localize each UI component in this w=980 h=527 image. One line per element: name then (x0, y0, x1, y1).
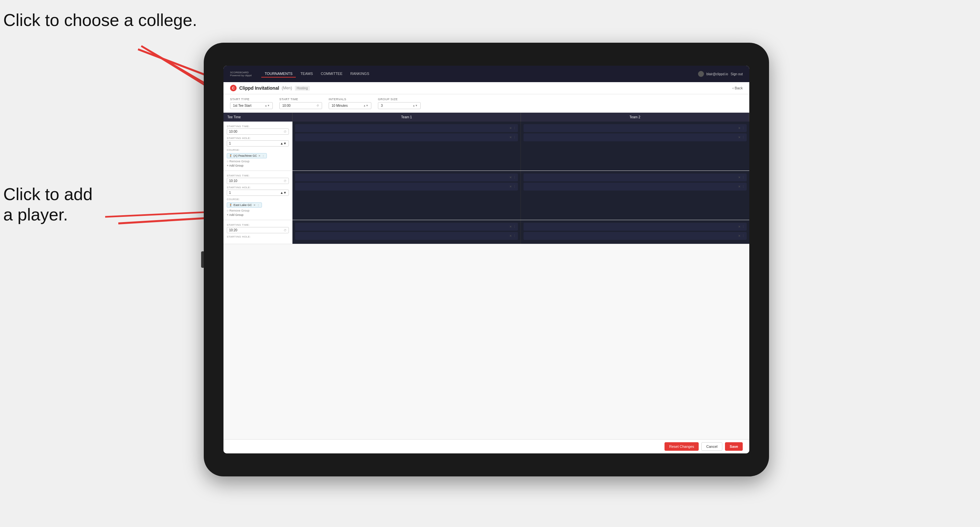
nav-right: blair@clippd.io Sign out (698, 71, 743, 77)
cancel-button[interactable]: Cancel (701, 442, 722, 451)
back-button[interactable]: ‹ Back (733, 86, 743, 90)
intervals-label: Intervals (329, 98, 371, 101)
reset-changes-button[interactable]: Reset Changes (665, 442, 699, 451)
group-team1-2: ✕ ⋮ ✕ ⋮ (293, 171, 521, 220)
table-body: STARTING TIME: 10:00 ⏱ STARTING HOLE: 1 … (223, 122, 749, 439)
player-slot[interactable]: ✕ ⋮ (523, 232, 747, 240)
nav-tabs: TOURNAMENTS TEAMS COMMITTEE RANKINGS (261, 70, 698, 78)
gender-label: (Men) (282, 86, 292, 90)
controls-row: Start Type 1st Tee Start ▲▼ Start Time 1… (223, 94, 749, 113)
intervals-select[interactable]: 10 Minutes ▲▼ (329, 102, 371, 109)
course-label-1: COURSE: (227, 149, 289, 151)
annotation-add-player: Click to adda player. (3, 184, 93, 225)
start-time-select[interactable]: 10:00 ⏱ (279, 102, 322, 109)
tab-teams[interactable]: TEAMS (297, 70, 316, 78)
player-slot[interactable]: ✕ ⋮ (295, 223, 518, 231)
player-slot[interactable]: ✕ ⋮ (523, 183, 747, 190)
add-group-link-1[interactable]: + Add Group (227, 164, 289, 167)
clippd-logo: C (230, 85, 237, 91)
tournament-title: Clippd Invitational (239, 86, 279, 90)
starting-time-input-3[interactable]: 10:20 ⏱ (227, 227, 289, 233)
course-tag-2[interactable]: 🏌 East Lake GC ✕ ⋮ (227, 202, 262, 208)
col-team1: Team 1 (293, 113, 521, 122)
user-email: blair@clippd.io (706, 72, 728, 76)
group-size-label: Group Size (378, 98, 421, 101)
course-tag-1[interactable]: 🏌 (A) Peachtree GC ✕ ⋮ (227, 153, 267, 158)
group-left-3: STARTING TIME: 10:20 ⏱ STARTING HOLE: (223, 220, 293, 244)
group-team2-2: ✕ ⋮ ✕ ⋮ (521, 171, 749, 220)
player-slot[interactable]: ✕ ⋮ (523, 124, 747, 132)
save-button[interactable]: Save (725, 442, 743, 451)
group-team2-3: ✕ ⋮ ✕ ⋮ (521, 220, 749, 244)
remove-group-link-1[interactable]: ○ Remove Group (227, 160, 289, 163)
tab-committee[interactable]: COMMITTEE (317, 70, 346, 78)
player-slot[interactable]: ✕ ⋮ (523, 133, 747, 141)
col-tee-time: Tee Time (223, 113, 293, 122)
player-slot[interactable]: ✕ ⋮ (523, 223, 747, 231)
tablet-frame: SCOREBOARD Powered by clippd TOURNAMENTS… (204, 43, 769, 476)
intervals-group: Intervals 10 Minutes ▲▼ (329, 98, 371, 109)
sub-header-left: C Clippd Invitational (Men) Hosting (230, 85, 310, 91)
tab-rankings[interactable]: RANKINGS (347, 70, 372, 78)
player-slot[interactable]: ✕ ⋮ (295, 173, 518, 181)
starting-time-label-2: STARTING TIME: (227, 174, 289, 177)
group-team1-3: ✕ ⋮ ✕ ⋮ (293, 220, 521, 244)
sign-out-link[interactable]: Sign out (730, 72, 743, 76)
start-type-label: Start Type (230, 98, 273, 101)
starting-hole-label-3: STARTING HOLE: (227, 235, 289, 238)
start-type-group: Start Type 1st Tee Start ▲▼ (230, 98, 273, 109)
table-header: Tee Time Team 1 Team 2 (223, 113, 749, 122)
starting-time-input-1[interactable]: 10:00 ⏱ (227, 129, 289, 135)
group-size-select[interactable]: 3 ▲▼ (378, 102, 421, 109)
starting-hole-label-2: STARTING HOLE: (227, 186, 289, 189)
course-label-2: COURSE: (227, 198, 289, 201)
starting-time-label-1: STARTING TIME: (227, 125, 289, 128)
remove-group-link-2[interactable]: ○ Remove Group (227, 209, 289, 212)
brand-name: SCOREBOARD (230, 71, 251, 74)
user-avatar (698, 71, 704, 77)
brand-sub: Powered by clippd (230, 74, 251, 77)
group-left-2: STARTING TIME: 10:10 ⏱ STARTING HOLE: 1 … (223, 171, 293, 220)
start-time-group: Start Time 10:00 ⏱ (279, 98, 322, 109)
annotation-choose-college: Click to choose a college. (3, 10, 197, 30)
tab-tournaments[interactable]: TOURNAMENTS (261, 70, 296, 78)
player-slot[interactable]: ✕ ⋮ (295, 183, 518, 190)
table-row: STARTING TIME: 10:20 ⏱ STARTING HOLE: ✕ … (223, 220, 749, 244)
player-slot[interactable]: ✕ ⋮ (295, 124, 518, 132)
player-slot[interactable]: ✕ ⋮ (295, 232, 518, 240)
starting-hole-input-2[interactable]: 1 ▲▼ (227, 190, 289, 196)
start-time-label: Start Time (279, 98, 322, 101)
player-slot[interactable]: ✕ ⋮ (295, 133, 518, 141)
sub-header: C Clippd Invitational (Men) Hosting ‹ Ba… (223, 82, 749, 94)
starting-time-label-3: STARTING TIME: (227, 224, 289, 226)
tablet-screen: SCOREBOARD Powered by clippd TOURNAMENTS… (223, 66, 749, 453)
col-team2: Team 2 (521, 113, 749, 122)
brand-logo: SCOREBOARD Powered by clippd (230, 71, 251, 77)
starting-time-input-2[interactable]: 10:10 ⏱ (227, 178, 289, 184)
player-slot[interactable]: ✕ ⋮ (523, 173, 747, 181)
group-left-1: STARTING TIME: 10:00 ⏱ STARTING HOLE: 1 … (223, 122, 293, 170)
group-size-group: Group Size 3 ▲▼ (378, 98, 421, 109)
starting-hole-input-1[interactable]: 1 ▲▼ (227, 140, 289, 146)
side-button (201, 251, 204, 268)
starting-hole-label-1: STARTING HOLE: (227, 137, 289, 140)
table-row: STARTING TIME: 10:00 ⏱ STARTING HOLE: 1 … (223, 122, 749, 171)
hosting-badge: Hosting (295, 86, 310, 90)
group-team1-1: ✕ ⋮ ✕ ⋮ (293, 122, 521, 170)
add-group-link-2[interactable]: + Add Group (227, 213, 289, 216)
start-type-select[interactable]: 1st Tee Start ▲▼ (230, 102, 273, 109)
table-row: STARTING TIME: 10:10 ⏱ STARTING HOLE: 1 … (223, 171, 749, 220)
group-team2-1: ✕ ⋮ ✕ ⋮ (521, 122, 749, 170)
bottom-bar: Reset Changes Cancel Save (223, 439, 749, 453)
nav-bar: SCOREBOARD Powered by clippd TOURNAMENTS… (223, 66, 749, 82)
